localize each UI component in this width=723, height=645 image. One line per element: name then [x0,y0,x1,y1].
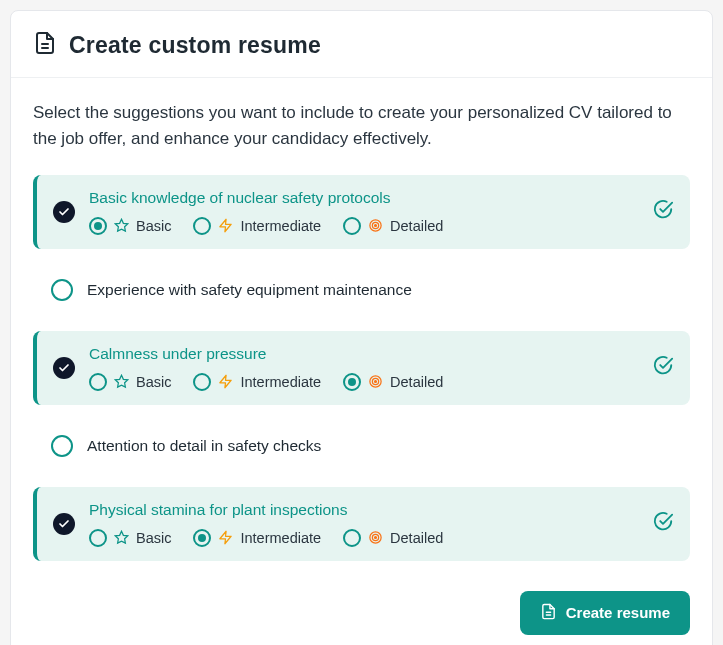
star-icon [114,218,129,233]
create-resume-button[interactable]: Create resume [520,591,690,635]
level-intermediate[interactable]: Intermediate [193,217,321,235]
radio-icon [343,217,361,235]
level-label: Intermediate [240,530,321,546]
button-label: Create resume [566,604,670,621]
suggestion-content: Calmness under pressure Basic [89,345,630,391]
suggestion-title: Experience with safety equipment mainten… [87,281,674,299]
level-label: Basic [136,374,171,390]
svg-point-11 [375,381,377,383]
suggestion-list: Basic knowledge of nuclear safety protoc… [33,175,690,561]
checkmark-circle-icon [652,355,674,381]
suggestion-title: Calmness under pressure [89,345,630,363]
check-icon[interactable] [53,201,75,223]
suggestion-title: Basic knowledge of nuclear safety protoc… [89,189,630,207]
check-icon[interactable] [51,435,73,457]
suggestion-item[interactable]: Calmness under pressure Basic [33,331,690,405]
radio-icon [343,529,361,547]
radio-icon [89,373,107,391]
suggestion-item[interactable]: Attention to detail in safety checks [33,421,690,471]
svg-marker-12 [115,531,128,543]
target-icon [368,374,383,389]
checkmark-circle-icon [652,511,674,537]
suggestion-content: Experience with safety equipment mainten… [87,281,674,299]
level-group: Basic Intermediate [89,373,630,391]
level-label: Intermediate [240,218,321,234]
level-basic[interactable]: Basic [89,217,171,235]
svg-marker-3 [220,219,231,232]
bolt-icon [218,374,233,389]
resume-card: Create custom resume Select the suggesti… [10,10,713,645]
level-intermediate[interactable]: Intermediate [193,529,321,547]
level-detailed[interactable]: Detailed [343,529,443,547]
level-label: Detailed [390,530,443,546]
check-icon[interactable] [53,357,75,379]
star-icon [114,374,129,389]
level-group: Basic Intermediate [89,217,630,235]
svg-point-6 [375,225,377,227]
intro-text: Select the suggestions you want to inclu… [33,100,690,153]
check-icon[interactable] [53,513,75,535]
suggestion-item[interactable]: Physical stamina for plant inspections B… [33,487,690,561]
radio-icon [193,217,211,235]
card-header: Create custom resume [11,11,712,78]
level-label: Basic [136,530,171,546]
level-basic[interactable]: Basic [89,529,171,547]
suggestion-title: Attention to detail in safety checks [87,437,674,455]
level-intermediate[interactable]: Intermediate [193,373,321,391]
suggestion-content: Attention to detail in safety checks [87,437,674,455]
radio-icon [193,529,211,547]
level-basic[interactable]: Basic [89,373,171,391]
document-icon [540,603,557,623]
level-detailed[interactable]: Detailed [343,217,443,235]
level-detailed[interactable]: Detailed [343,373,443,391]
svg-marker-8 [220,375,231,388]
svg-marker-7 [115,375,128,387]
level-label: Intermediate [240,374,321,390]
target-icon [368,530,383,545]
level-group: Basic Intermediate [89,529,630,547]
radio-icon [89,217,107,235]
bolt-icon [218,218,233,233]
bolt-icon [218,530,233,545]
suggestion-content: Physical stamina for plant inspections B… [89,501,630,547]
suggestion-item[interactable]: Experience with safety equipment mainten… [33,265,690,315]
document-icon [33,31,57,59]
checkmark-circle-icon [652,199,674,225]
check-icon[interactable] [51,279,73,301]
radio-icon [193,373,211,391]
svg-marker-13 [220,531,231,544]
suggestion-content: Basic knowledge of nuclear safety protoc… [89,189,630,235]
suggestion-item[interactable]: Basic knowledge of nuclear safety protoc… [33,175,690,249]
suggestion-title: Physical stamina for plant inspections [89,501,630,519]
svg-point-16 [375,537,377,539]
footer: Create resume [33,591,690,635]
star-icon [114,530,129,545]
target-icon [368,218,383,233]
svg-marker-2 [115,219,128,231]
level-label: Basic [136,218,171,234]
card-body: Select the suggestions you want to inclu… [11,78,712,645]
page-title: Create custom resume [69,32,321,59]
level-label: Detailed [390,374,443,390]
radio-icon [89,529,107,547]
radio-icon [343,373,361,391]
level-label: Detailed [390,218,443,234]
